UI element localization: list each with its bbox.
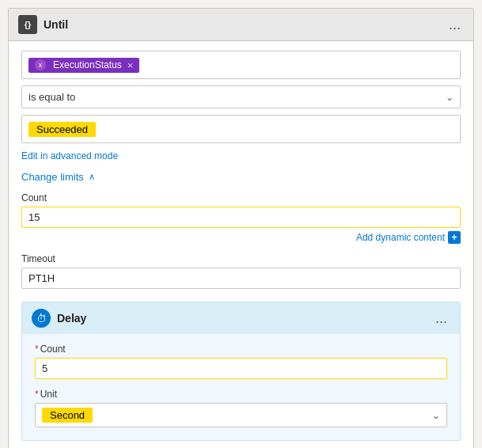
tag-close-icon[interactable]: × (127, 59, 134, 71)
until-body: x ExecutionStatus × is equal to ⌄ Succee… (9, 41, 473, 448)
delay-title: Delay (57, 312, 86, 325)
delay-ellipsis-button[interactable]: ... (432, 311, 450, 325)
edit-advanced-mode-link[interactable]: Edit in advanced mode (21, 150, 118, 161)
chevron-down-icon: ⌄ (446, 92, 454, 103)
until-icon: {} (18, 15, 37, 34)
unit-value-badge: Second (42, 408, 93, 423)
timeout-input[interactable] (21, 268, 461, 289)
delay-count-input[interactable] (35, 358, 447, 379)
execution-status-tag[interactable]: x ExecutionStatus × (28, 58, 139, 73)
delay-container: ⏱ Delay ... *Count *Unit Second ⌄ (21, 302, 461, 441)
delay-count-label: *Count (35, 344, 447, 355)
until-title: Until (44, 18, 68, 31)
timeout-label: Timeout (21, 253, 461, 264)
condition-tag-row: x ExecutionStatus × (21, 51, 461, 79)
dropdown-value: is equal to (28, 91, 75, 103)
delay-icon-glyph: ⏱ (36, 313, 47, 325)
add-dynamic-content-link[interactable]: Add dynamic content (356, 232, 445, 243)
unit-chevron-down-icon: ⌄ (432, 410, 440, 421)
chevron-up-icon: ∧ (89, 172, 95, 182)
unit-required-star: * (35, 389, 39, 400)
until-header-left: {} Until (18, 15, 68, 34)
expression-icon: x (35, 59, 46, 70)
condition-value-row: Succeeded (21, 115, 461, 143)
tag-label: ExecutionStatus (53, 59, 122, 70)
change-limits-toggle[interactable]: Change limits ∧ (21, 171, 461, 183)
count-label: Count (21, 192, 461, 203)
change-limits-label: Change limits (21, 171, 84, 183)
until-icon-label: {} (25, 20, 32, 29)
count-input[interactable] (21, 207, 461, 228)
until-container: {} Until ... x ExecutionStatus × is equa… (8, 8, 474, 448)
add-dynamic-icon[interactable]: + (448, 231, 461, 244)
delay-unit-label: *Unit (35, 389, 447, 400)
delay-header: ⏱ Delay ... (22, 302, 460, 334)
condition-operator-dropdown[interactable]: is equal to ⌄ (21, 85, 461, 108)
delay-body: *Count *Unit Second ⌄ (22, 334, 460, 440)
add-dynamic-row: Add dynamic content + (21, 231, 461, 244)
until-ellipsis-button[interactable]: ... (446, 17, 464, 32)
delay-icon: ⏱ (32, 309, 51, 328)
succeeded-badge: Succeeded (28, 122, 96, 137)
delay-unit-dropdown[interactable]: Second ⌄ (35, 403, 447, 427)
delay-header-left: ⏱ Delay (32, 309, 86, 328)
count-required-star: * (35, 344, 39, 355)
until-header: {} Until ... (9, 9, 473, 41)
